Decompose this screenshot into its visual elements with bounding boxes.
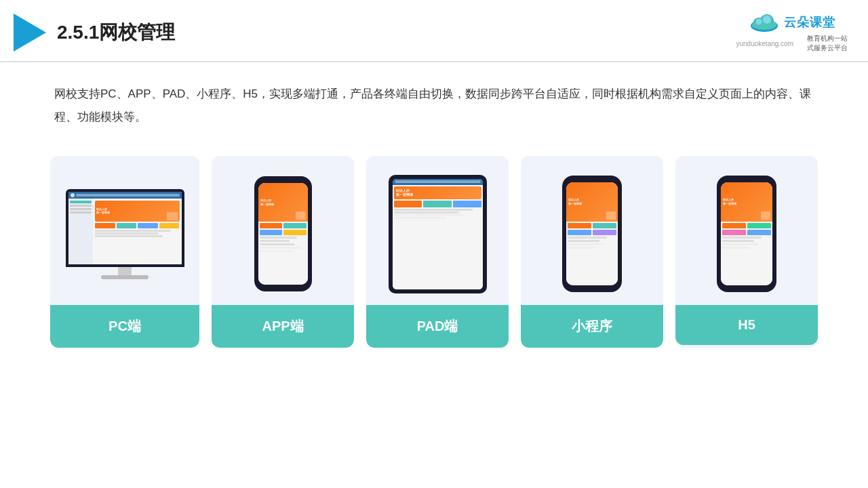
- logo-area: 云朵课堂 yunduoketang.com 教育机构一站 式服务云平台: [736, 12, 848, 53]
- card-app-image: 职达人的第一堂网课: [212, 156, 354, 305]
- card-h5-label: H5: [675, 305, 818, 345]
- card-h5: 职达人的第一堂网课: [675, 156, 818, 348]
- h5-phone-notch: [737, 178, 756, 182]
- card-pc: 职达人的第一堂网课: [50, 156, 199, 348]
- card-miniprogram-label: 小程序: [521, 305, 663, 348]
- card-miniprogram: 职达人的第一堂网课: [521, 156, 663, 348]
- play-icon: [14, 14, 46, 52]
- card-app-label: APP端: [212, 305, 354, 348]
- monitor-neck: [118, 267, 132, 275]
- card-pad-label: PAD端: [366, 305, 509, 348]
- cloud-logo-icon: [749, 12, 780, 33]
- card-pad-image: 职达人的第一堂网课: [366, 156, 509, 305]
- miniprogram-phone: 职达人的第一堂网课: [562, 176, 622, 292]
- pad-screen: 职达人的第一堂网课: [393, 179, 483, 289]
- logo-text-main: 云朵课堂: [784, 14, 835, 30]
- monitor-screen: 职达人的第一堂网课: [66, 189, 184, 267]
- pad-tablet: 职达人的第一堂网课: [389, 175, 487, 293]
- miniprogram-screen: 职达人的第一堂网课: [566, 182, 618, 285]
- h5-screen-detail: 职达人的第一堂网课: [721, 182, 772, 285]
- h5-screen: 职达人的第一堂网课: [721, 182, 772, 285]
- monitor-base: [101, 275, 149, 279]
- cards-container: 职达人的第一堂网课: [0, 142, 868, 368]
- app-phone: 职达人的第一堂网课: [254, 176, 312, 291]
- logo-tagline: 教育机构一站 式服务云平台: [807, 34, 848, 53]
- app-screen: 职达人的第一堂网课: [258, 183, 308, 285]
- card-pc-image: 职达人的第一堂网课: [50, 156, 199, 305]
- pc-screen-detail: 职达人的第一堂网课: [68, 192, 182, 264]
- card-pad: 职达人的第一堂网课: [366, 156, 509, 348]
- svg-point-6: [763, 16, 771, 24]
- description-text: 网校支持PC、APP、PAD、小程序、H5，实现多端打通，产品各终端自由切换，数…: [0, 62, 868, 142]
- logo-cloud: 云朵课堂: [749, 12, 835, 33]
- h5-phone: 职达人的第一堂网课: [717, 176, 776, 292]
- svg-point-7: [755, 19, 762, 25]
- pc-monitor: 职达人的第一堂网课: [66, 189, 184, 279]
- page-title: 2.5.1网校管理: [57, 20, 175, 45]
- mini-phone-notch: [583, 178, 601, 182]
- card-app: 职达人的第一堂网课: [212, 156, 354, 348]
- pad-screen-detail: 职达人的第一堂网课: [393, 179, 483, 289]
- card-miniprogram-image: 职达人的第一堂网课: [521, 156, 663, 305]
- app-screen-detail: 职达人的第一堂网课: [258, 183, 308, 285]
- header-left: 2.5.1网校管理: [14, 14, 175, 52]
- card-h5-image: 职达人的第一堂网课: [675, 156, 818, 305]
- logo-pinyin: yunduoketang.com: [736, 40, 793, 47]
- card-pc-label: PC端: [50, 305, 199, 348]
- description-paragraph: 网校支持PC、APP、PAD、小程序、H5，实现多端打通，产品各终端自由切换，数…: [54, 83, 814, 129]
- phone-notch: [273, 179, 292, 183]
- header: 2.5.1网校管理 云朵课堂 yunduoketang.com 教育机构一站 式…: [0, 0, 868, 62]
- miniprogram-screen-detail: 职达人的第一堂网课: [566, 182, 618, 285]
